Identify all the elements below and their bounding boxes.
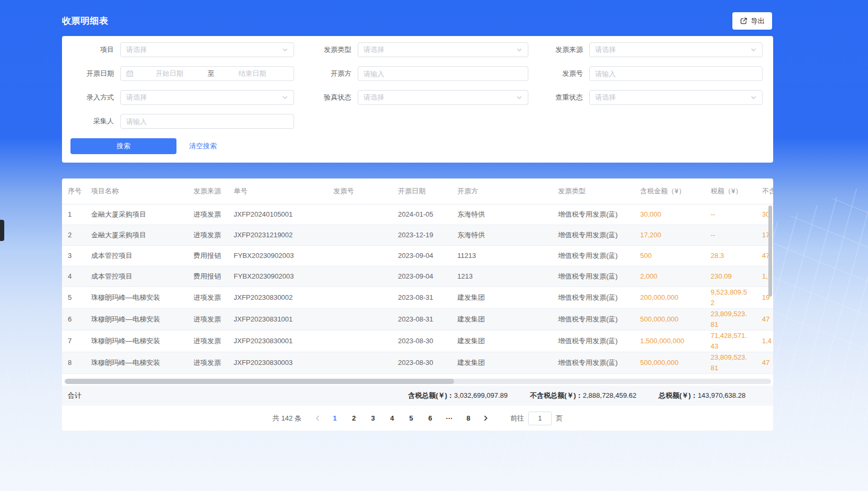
table-panel: 序号 项目名称 发票来源 单号 发票号 开票日期 开票方 发票类型 含税金额（¥… (62, 178, 773, 431)
column-header-tax: 税额（¥） (704, 186, 756, 197)
cell-issuer: 东海特供 (451, 225, 552, 245)
cell-date: 2023-08-31 (392, 287, 451, 308)
cell-project: 珠穆朗玛峰—电梯安装 (91, 287, 193, 308)
table-row: 1 金融大厦采购项目 进项发票 JXFP20240105001 2024-01-… (62, 204, 773, 225)
table-row: 7 珠穆朗玛峰—电梯安装 进项发票 JXFP20230830001 2023-0… (62, 331, 773, 352)
table-row: 6 珠穆朗玛峰—电梯安装 进项发票 JXFP20230831001 2023-0… (62, 309, 773, 331)
cell-seq: 7 (62, 331, 91, 352)
collector-label: 采集人 (62, 117, 114, 126)
cell-date: 2024-01-05 (392, 204, 451, 225)
cell-tax: 23,809,523. 81 (704, 309, 756, 330)
cell-source: 费用报销 (193, 246, 234, 266)
table-row: 5 珠穆朗玛峰—电梯安装 进项发票 JXFP20230830002 2023-0… (62, 287, 773, 309)
next-page-button[interactable] (480, 415, 491, 422)
cell-docno: JXFP20230831001 (234, 309, 327, 330)
cell-tax: 71,428,571. 43 (704, 331, 756, 352)
total-count: 共 142 条 (272, 414, 302, 423)
cell-source: 进项发票 (193, 331, 234, 352)
page-button[interactable]: 6 (423, 411, 438, 426)
verify-status-select[interactable]: 请选择 (358, 90, 528, 105)
table-row: 3 成本管控项目 费用报销 FYBX20230902003 2023-09-04… (62, 246, 773, 266)
column-header-source: 发票来源 (193, 186, 234, 197)
invoice-source-select[interactable]: 请选择 (589, 42, 763, 57)
prev-page-button[interactable] (312, 415, 323, 422)
search-panel: 项目 请选择 开票日期 开始日期 至 结束日期 (62, 36, 773, 163)
table-row: 2 金融大厦采购项目 进项发票 JXFP20231219002 2023-12-… (62, 225, 773, 246)
invoice-date-range[interactable]: 开始日期 至 结束日期 (120, 66, 294, 81)
cell-invoiceno (327, 352, 392, 373)
table-row: 8 珠穆朗玛峰—电梯安装 进项发票 JXFP20230830003 2023-0… (62, 352, 773, 374)
search-button[interactable]: 搜索 (70, 138, 176, 154)
cell-type: 增值税专用发票(蓝) (552, 246, 634, 266)
entry-method-select[interactable]: 请选择 (120, 90, 294, 105)
summary-excl-tax: 不含税总额(￥)：2,888,728,459.62 (530, 391, 636, 400)
cell-seq: 2 (62, 225, 91, 245)
cell-source: 进项发票 (193, 225, 234, 245)
invoice-source-label: 发票来源 (528, 45, 583, 55)
cell-seq: 8 (62, 352, 91, 373)
summary-total-tax: 总税额(￥)：143,970,638.28 (659, 391, 746, 400)
entry-method-label: 录入方式 (62, 93, 114, 102)
goto-unit: 页 (556, 414, 563, 423)
invoice-no-input[interactable] (589, 66, 763, 81)
pagination: 共 142 条 1 2 3 4 5 6 ··· 8 (62, 406, 773, 431)
page-button[interactable]: 2 (347, 411, 361, 426)
cell-seq: 1 (62, 204, 91, 225)
clear-search-button[interactable]: 清空搜索 (189, 141, 217, 151)
cell-docno: JXFP20231219002 (234, 225, 327, 245)
invoice-type-select[interactable]: 请选择 (358, 42, 528, 57)
page-title: 收票明细表 (62, 15, 109, 27)
cell-amount: 30,000 (634, 204, 704, 225)
column-header-issuer: 开票方 (451, 186, 552, 197)
cell-seq: 6 (62, 309, 91, 330)
cell-invoiceno (327, 225, 392, 245)
cell-docno: JXFP20240105001 (234, 204, 327, 225)
page-button[interactable]: 4 (385, 411, 400, 426)
cell-project: 珠穆朗玛峰—电梯安装 (91, 309, 193, 330)
drawer-handle[interactable] (0, 220, 4, 241)
project-label: 项目 (62, 45, 114, 55)
chevron-down-icon (516, 94, 522, 101)
goto-page-input[interactable] (528, 412, 552, 425)
collector-input[interactable] (120, 114, 294, 129)
page-button[interactable]: 1 (327, 411, 342, 426)
cell-source: 费用报销 (193, 266, 234, 287)
cell-docno: JXFP20230830003 (234, 352, 327, 373)
export-button[interactable]: 导出 (732, 12, 772, 30)
column-header-excl: 不含税金额（¥） (756, 186, 773, 197)
horizontal-scrollbar-thumb[interactable] (65, 379, 454, 384)
page-button[interactable]: 3 (366, 411, 380, 426)
cell-issuer: 建发集团 (451, 352, 552, 373)
page-button[interactable]: ··· (442, 411, 457, 426)
cell-project: 金融大厦采购项目 (91, 225, 193, 245)
page-button[interactable]: 8 (461, 411, 476, 426)
cell-tax: 28.3 (704, 246, 756, 266)
cell-tax: 23,809,523. 81 (704, 352, 756, 373)
project-select[interactable]: 请选择 (120, 42, 294, 57)
chevron-down-icon (282, 94, 288, 101)
cell-issuer: 东海特供 (451, 204, 552, 225)
table-body: 1 金融大厦采购项目 进项发票 JXFP20240105001 2024-01-… (62, 204, 773, 374)
summary-label: 合计 (62, 391, 82, 400)
cell-type: 增值税专用发票(蓝) (552, 331, 634, 352)
page-button[interactable]: 5 (404, 411, 419, 426)
cell-source: 进项发票 (193, 287, 234, 308)
cell-date: 2023-08-31 (392, 309, 451, 330)
table-header: 序号 项目名称 发票来源 单号 发票号 开票日期 开票方 发票类型 含税金额（¥… (62, 178, 773, 204)
issuer-input[interactable] (358, 66, 528, 81)
cell-tax: -- (704, 225, 756, 245)
cell-issuer: 建发集团 (451, 287, 552, 308)
cell-invoiceno (327, 266, 392, 287)
cell-amount: 500 (634, 246, 704, 266)
cell-invoiceno (327, 246, 392, 266)
vertical-scrollbar[interactable] (768, 206, 772, 297)
horizontal-scrollbar-track[interactable] (64, 379, 771, 384)
cell-tax: 230.09 (704, 266, 756, 287)
cell-invoiceno (327, 309, 392, 330)
cell-date: 2023-08-30 (392, 331, 451, 352)
summary-incl-tax: 含税总额(￥)：3,032,699,097.89 (408, 391, 508, 400)
cell-amount: 500,000,000 (634, 352, 704, 373)
dup-status-select[interactable]: 请选择 (589, 90, 763, 105)
cell-amount: 17,200 (634, 225, 704, 245)
chevron-down-icon (750, 47, 757, 53)
